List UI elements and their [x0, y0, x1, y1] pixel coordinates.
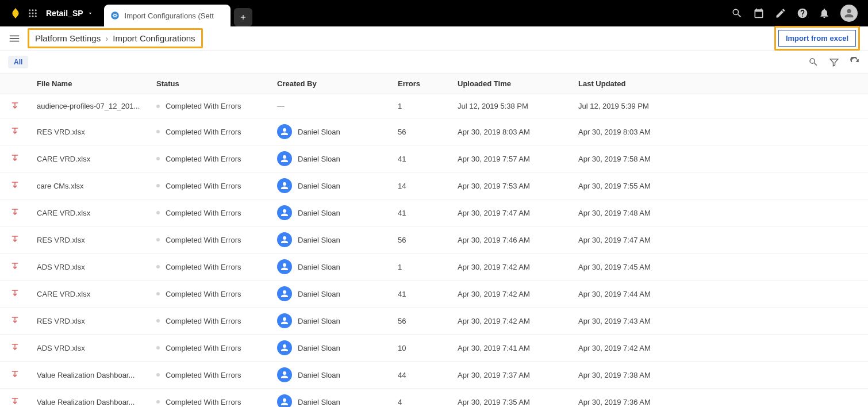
col-file-name[interactable]: File Name	[30, 74, 149, 94]
svg-point-3	[29, 13, 30, 14]
table-row[interactable]: CARE VRD.xlsxCompleted With ErrorsDaniel…	[0, 281, 868, 308]
avatar-icon	[277, 205, 292, 220]
avatar-icon	[277, 394, 292, 407]
creator-name: Daniel Sloan	[298, 209, 340, 217]
table-row[interactable]: ADS VRD.xlsxCompleted With ErrorsDaniel …	[0, 335, 868, 362]
creator-name: Daniel Sloan	[298, 344, 340, 352]
table-row[interactable]: care CMs.xlsxCompleted With ErrorsDaniel…	[0, 172, 868, 199]
cell-last-updated: Apr 30, 2019 7:47 AM	[571, 226, 692, 254]
table-row[interactable]: RES VRD.xlsxCompleted With ErrorsDaniel …	[0, 308, 868, 335]
table-row[interactable]: audience-profiles-07_12_201...Completed …	[0, 94, 868, 118]
cell-errors: 1	[391, 94, 451, 118]
svg-point-6	[29, 16, 30, 17]
search-icon[interactable]	[731, 7, 743, 19]
cell-errors: 56	[391, 118, 451, 145]
cell-last-updated: Apr 30, 2019 7:48 AM	[571, 199, 692, 226]
cell-uploaded-time: Jul 12, 2019 5:38 PM	[451, 94, 571, 118]
toolbar: All	[0, 51, 868, 74]
col-last-updated[interactable]: Last Updated	[571, 74, 692, 94]
toolbar-actions	[808, 57, 860, 67]
refresh-icon[interactable]	[850, 57, 860, 67]
cell-file-name: CARE VRD.xlsx	[30, 199, 149, 226]
import-row-icon	[7, 101, 23, 112]
tab-import-configurations[interactable]: Import Configurations (Sett	[104, 5, 231, 26]
workspace-selector[interactable]: Retail_SP	[46, 9, 94, 18]
col-created-by[interactable]: Created By	[270, 74, 391, 94]
apps-grid-icon[interactable]	[28, 8, 38, 18]
table-row[interactable]: RES VRD.xlsxCompleted With ErrorsDaniel …	[0, 226, 868, 254]
topbar-actions: 02	[731, 5, 862, 22]
bell-icon[interactable]	[819, 7, 830, 19]
import-row-icon	[7, 262, 23, 272]
import-from-excel-button[interactable]: Import from excel	[778, 30, 856, 47]
cell-last-updated: Apr 30, 2019 8:03 AM	[571, 118, 692, 145]
table-header-row: File Name Status Created By Errors Uploa…	[0, 74, 868, 94]
cell-file-name: audience-profiles-07_12_201...	[30, 94, 149, 118]
status-dot-icon	[156, 130, 160, 133]
cell-file-name: care CMs.xlsx	[30, 172, 149, 199]
avatar-icon	[277, 286, 292, 301]
cell-last-updated: Apr 30, 2019 7:43 AM	[571, 308, 692, 335]
table-row[interactable]: RES VRD.xlsxCompleted With ErrorsDaniel …	[0, 118, 868, 145]
cell-file-name: RES VRD.xlsx	[30, 226, 149, 254]
table-search-icon[interactable]	[808, 57, 819, 67]
cell-uploaded-time: Apr 30, 2019 7:35 AM	[451, 389, 571, 408]
creator-name: Daniel Sloan	[298, 398, 340, 406]
hamburger-icon[interactable]	[8, 32, 21, 45]
cell-file-name: ADS VRD.xlsx	[30, 335, 149, 362]
table-row[interactable]: CARE VRD.xlsxCompleted With ErrorsDaniel…	[0, 199, 868, 226]
new-tab-button[interactable]	[234, 8, 252, 26]
status-dot-icon	[156, 157, 160, 160]
filter-icon[interactable]	[829, 57, 839, 67]
table-row[interactable]: CARE VRD.xlsxCompleted With ErrorsDaniel…	[0, 145, 868, 172]
cell-file-name: ADS VRD.xlsx	[30, 254, 149, 281]
cell-last-updated: Apr 30, 2019 7:44 AM	[571, 281, 692, 308]
user-avatar[interactable]	[840, 5, 858, 22]
tab-strip: Import Configurations (Sett	[104, 0, 252, 26]
filter-chip-all[interactable]: All	[8, 56, 28, 68]
svg-point-4	[32, 13, 34, 14]
cell-status: Completed With Errors	[166, 155, 241, 163]
cell-status: Completed With Errors	[166, 128, 241, 136]
cell-uploaded-time: Apr 30, 2019 8:03 AM	[451, 118, 571, 145]
help-icon[interactable]	[797, 7, 808, 19]
status-dot-icon	[156, 265, 160, 268]
creator-name: Daniel Sloan	[298, 317, 340, 325]
status-dot-icon	[156, 346, 160, 350]
breadcrumb-parent[interactable]: Platform Settings	[35, 33, 101, 43]
cell-uploaded-time: Apr 30, 2019 7:42 AM	[451, 281, 571, 308]
col-errors[interactable]: Errors	[391, 74, 451, 94]
calendar-icon[interactable]: 02	[753, 7, 765, 19]
cell-status: Completed With Errors	[166, 263, 241, 271]
edit-icon[interactable]	[775, 7, 786, 19]
topbar: Retail_SP Import Configurations (Sett 02	[0, 0, 868, 26]
cell-file-name: Value Realization Dashboar...	[30, 389, 149, 408]
app-logo-icon	[9, 7, 22, 20]
cell-errors: 14	[391, 172, 451, 199]
creator-name: Daniel Sloan	[298, 128, 340, 136]
cell-last-updated: Apr 30, 2019 7:38 AM	[571, 362, 692, 389]
col-uploaded-time[interactable]: Uploaded Time	[451, 74, 571, 94]
status-dot-icon	[156, 211, 160, 214]
table-row[interactable]: Value Realization Dashboar...Completed W…	[0, 362, 868, 389]
table-row[interactable]: ADS VRD.xlsxCompleted With ErrorsDaniel …	[0, 254, 868, 281]
cell-errors: 41	[391, 281, 451, 308]
cell-last-updated: Apr 30, 2019 7:42 AM	[571, 335, 692, 362]
gear-icon	[110, 10, 120, 21]
table-row[interactable]: Value Realization Dashboar...Completed W…	[0, 389, 868, 408]
cell-errors: 44	[391, 362, 451, 389]
import-row-icon	[7, 370, 23, 380]
workspace-name: Retail_SP	[46, 9, 83, 18]
cell-status: Completed With Errors	[166, 209, 241, 217]
svg-point-7	[32, 16, 34, 17]
plus-icon	[239, 13, 247, 21]
avatar-icon	[277, 259, 292, 274]
svg-point-5	[35, 13, 37, 14]
cell-uploaded-time: Apr 30, 2019 7:42 AM	[451, 308, 571, 335]
import-row-icon	[7, 235, 23, 245]
person-icon	[843, 7, 855, 20]
avatar-icon	[277, 178, 292, 193]
svg-point-1	[32, 9, 34, 11]
col-status[interactable]: Status	[149, 74, 270, 94]
status-dot-icon	[156, 238, 160, 241]
